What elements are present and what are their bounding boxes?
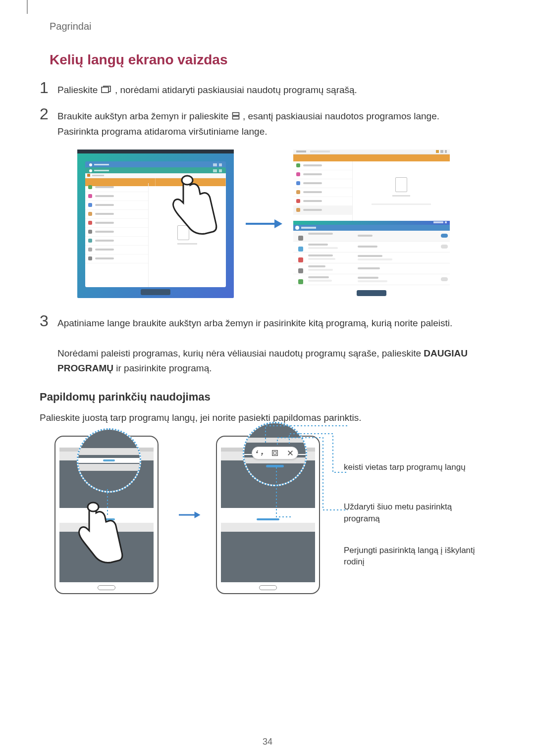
tablet-split-result (293, 150, 450, 298)
text-fragment: , esantį paskiausiai naudotos programos … (243, 111, 439, 121)
section-title: Kelių langų ekrano vaizdas (40, 52, 487, 68)
step-text: Palieskite , norėdami atidaryti paskiaus… (57, 80, 487, 98)
zoom-divider (77, 428, 141, 493)
step-text: Apatiniame lange braukite aukštyn arba ž… (57, 313, 487, 376)
zoom-options-bar (243, 422, 307, 486)
tablet-recent-apps (77, 150, 234, 298)
step-2: 2 Braukite aukštyn arba žemyn ir paliesk… (40, 106, 487, 140)
step-3: 3 Apatiniame lange braukite aukštyn arba… (40, 313, 487, 376)
callout-close: Uždaryti šiuo metu pasirinktą programą (344, 501, 487, 525)
svg-rect-1 (232, 112, 239, 115)
page-number: 34 (263, 737, 272, 747)
svg-marker-5 (274, 219, 282, 228)
arrow-right-icon (177, 507, 207, 522)
callout-popup: Perjungti pasirinktą langą į iškylantį r… (344, 545, 487, 568)
subsection-heading: Papildomų parinkčių naudojimas (40, 391, 487, 403)
text-fragment: Palieskite (57, 85, 101, 95)
svg-point-3 (182, 176, 193, 185)
step-number: 1 (40, 80, 57, 98)
svg-marker-9 (195, 511, 201, 518)
swap-windows-icon (256, 450, 263, 456)
figure-split-view-steps (40, 150, 487, 298)
step-text: Braukite aukštyn arba žemyn ir palieskit… (57, 106, 487, 140)
callout-swap: keisti vietas tarp programų langų (344, 461, 487, 481)
text-fragment: Pasirinkta programa atidaroma viršutinia… (57, 126, 267, 137)
text-fragment: Braukite aukštyn arba žemyn ir palieskit… (57, 111, 231, 121)
recent-apps-icon (101, 83, 112, 98)
svg-rect-0 (102, 87, 108, 93)
step-number: 3 (40, 313, 57, 376)
text-fragment: , norėdami atidaryti paskiausiai naudotų… (115, 85, 357, 95)
hand-gesture-icon (169, 174, 219, 249)
step-number: 2 (40, 106, 57, 140)
arrow-right-icon (244, 216, 283, 231)
close-icon (287, 450, 294, 456)
callout-labels: keisti vietas tarp programų langų Uždary… (344, 461, 487, 568)
popup-window-icon (271, 450, 278, 456)
breadcrumb: Pagrindai (50, 21, 92, 32)
text-fragment: ir pasirinkite programą. (116, 363, 212, 373)
text-fragment: Norėdami paleisti programas, kurių nėra … (57, 348, 424, 358)
svg-rect-10 (272, 451, 278, 456)
split-view-icon (232, 109, 240, 124)
step-1: 1 Palieskite , norėdami atidaryti paskia… (40, 80, 487, 98)
svg-rect-2 (232, 116, 239, 119)
text-fragment: Apatiniame lange braukite aukštyn arba ž… (57, 318, 452, 328)
svg-rect-11 (273, 452, 276, 454)
device-before (40, 436, 168, 594)
margin-rule (27, 0, 28, 14)
device-after (216, 436, 335, 594)
page-content: Kelių langų ekrano vaizdas 1 Palieskite … (40, 52, 487, 594)
figure-additional-options: keisti vietas tarp programų langų Uždary… (40, 436, 487, 594)
svg-point-6 (88, 503, 99, 511)
